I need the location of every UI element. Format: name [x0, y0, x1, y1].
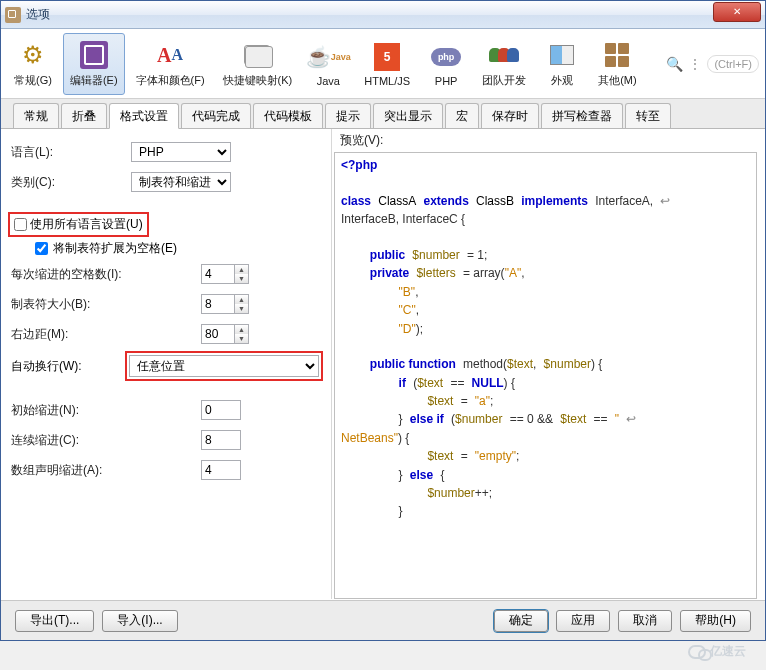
spinner-arrows[interactable]: ▲▼: [235, 294, 249, 314]
language-label: 语言(L):: [11, 144, 131, 161]
php-icon: php: [430, 41, 462, 73]
toolbar-other[interactable]: 其他(M): [591, 33, 644, 95]
indent-spaces-label: 每次缩进的空格数(I):: [11, 266, 201, 283]
tab-goto[interactable]: 转至: [625, 103, 671, 128]
preview-label: 预览(V):: [332, 129, 765, 152]
html5-icon: 5: [371, 41, 403, 73]
preview-panel: 预览(V): <?php class ClassA extends ClassB…: [331, 129, 765, 599]
options-dialog: 选项 ✕ ⚙常规(G) 编辑器(E) AA字体和颜色(F) 快捷键映射(K) ☕…: [0, 0, 766, 641]
export-button[interactable]: 导出(T)...: [15, 610, 94, 632]
continuation-indent-input[interactable]: [201, 430, 241, 450]
toolbar-editor[interactable]: 编辑器(E): [63, 33, 125, 95]
tab-general[interactable]: 常规: [13, 103, 59, 128]
filter-icon[interactable]: ⋮: [689, 57, 701, 71]
toolbar-fonts-colors[interactable]: AA字体和颜色(F): [129, 33, 212, 95]
wrap-label: 自动换行(W):: [11, 358, 127, 375]
search-hint[interactable]: (Ctrl+F): [707, 55, 759, 73]
toolbar-php[interactable]: phpPHP: [421, 33, 471, 95]
watermark: 亿速云: [688, 643, 746, 660]
use-all-languages-label: 使用所有语言设置(U): [30, 216, 143, 233]
titlebar[interactable]: 选项 ✕: [1, 1, 765, 29]
content-area: 语言(L): PHP 类别(C): 制表符和缩进 使用所有语言设置(U) 将制表…: [1, 129, 765, 599]
initial-indent-label: 初始缩进(N):: [11, 402, 201, 419]
window-title: 选项: [26, 6, 713, 23]
dialog-footer: 导出(T)... 导入(I)... 确定 应用 取消 帮助(H): [1, 600, 765, 640]
other-icon: [601, 39, 633, 71]
editor-icon: [78, 39, 110, 71]
keyboard-icon: [241, 39, 273, 71]
font-icon: AA: [154, 39, 186, 71]
expand-tabs-checkbox[interactable]: [35, 242, 48, 255]
initial-indent-input[interactable]: [201, 400, 241, 420]
gear-icon: ⚙: [17, 39, 49, 71]
tab-size-label: 制表符大小(B):: [11, 296, 201, 313]
appearance-icon: [546, 39, 578, 71]
tab-code-completion[interactable]: 代码完成: [181, 103, 251, 128]
array-indent-input[interactable]: [201, 460, 241, 480]
cancel-button[interactable]: 取消: [618, 610, 672, 632]
tab-spellchecker[interactable]: 拼写检查器: [541, 103, 623, 128]
toolbar-general[interactable]: ⚙常规(G): [7, 33, 59, 95]
ok-button[interactable]: 确定: [494, 610, 548, 632]
category-label: 类别(C):: [11, 174, 131, 191]
code-preview: <?php class ClassA extends ClassB implem…: [334, 152, 757, 599]
tab-on-save[interactable]: 保存时: [481, 103, 539, 128]
tab-macros[interactable]: 宏: [445, 103, 479, 128]
indent-spaces-input[interactable]: [201, 264, 235, 284]
settings-panel: 语言(L): PHP 类别(C): 制表符和缩进 使用所有语言设置(U) 将制表…: [1, 129, 331, 599]
java-icon: ☕Java: [312, 41, 344, 73]
array-indent-label: 数组声明缩进(A):: [11, 462, 201, 479]
tab-code-templates[interactable]: 代码模板: [253, 103, 323, 128]
toolbar-htmljs[interactable]: 5HTML/JS: [357, 33, 417, 95]
category-select[interactable]: 制表符和缩进: [131, 172, 231, 192]
use-all-languages-checkbox[interactable]: [14, 218, 27, 231]
apply-button[interactable]: 应用: [556, 610, 610, 632]
spinner-arrows[interactable]: ▲▼: [235, 264, 249, 284]
spinner-arrows[interactable]: ▲▼: [235, 324, 249, 344]
right-margin-label: 右边距(M):: [11, 326, 201, 343]
toolbar-appearance[interactable]: 外观: [537, 33, 587, 95]
tab-size-input[interactable]: [201, 294, 235, 314]
tab-formatting[interactable]: 格式设置: [109, 103, 179, 129]
tab-hints[interactable]: 提示: [325, 103, 371, 128]
toolbar-team[interactable]: 团队开发: [475, 33, 533, 95]
toolbar-java[interactable]: ☕JavaJava: [303, 33, 353, 95]
tab-folding[interactable]: 折叠: [61, 103, 107, 128]
import-button[interactable]: 导入(I)...: [102, 610, 177, 632]
continuation-indent-label: 连续缩进(C):: [11, 432, 201, 449]
tab-highlighting[interactable]: 突出显示: [373, 103, 443, 128]
toolbar-keymap[interactable]: 快捷键映射(K): [216, 33, 300, 95]
category-toolbar: ⚙常规(G) 编辑器(E) AA字体和颜色(F) 快捷键映射(K) ☕JavaJ…: [1, 29, 765, 99]
tab-bar: 常规 折叠 格式设置 代码完成 代码模板 提示 突出显示 宏 保存时 拼写检查器…: [1, 99, 765, 129]
help-button[interactable]: 帮助(H): [680, 610, 751, 632]
search-icon[interactable]: 🔍: [666, 56, 683, 72]
wrap-select[interactable]: 任意位置: [129, 355, 319, 377]
right-margin-input[interactable]: [201, 324, 235, 344]
expand-tabs-label: 将制表符扩展为空格(E): [53, 240, 177, 257]
team-icon: [488, 39, 520, 71]
language-select[interactable]: PHP: [131, 142, 231, 162]
close-button[interactable]: ✕: [713, 2, 761, 22]
app-icon: [5, 7, 21, 23]
search-area: 🔍 ⋮ (Ctrl+F): [666, 55, 759, 73]
